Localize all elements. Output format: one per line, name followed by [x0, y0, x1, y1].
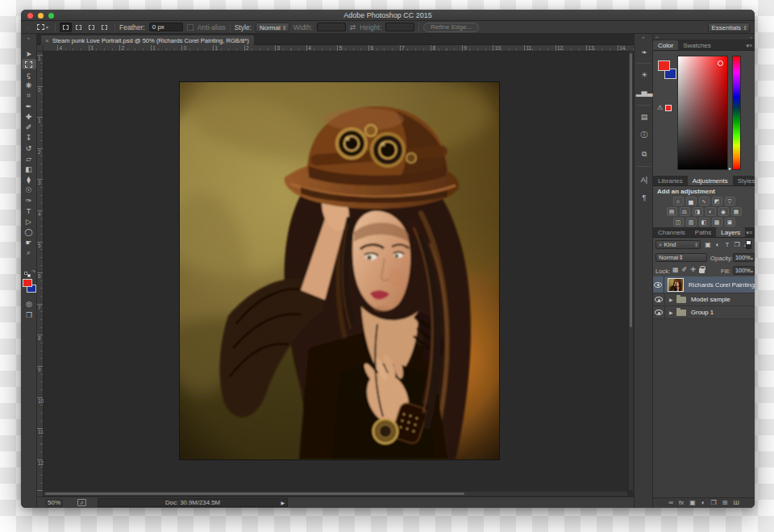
adjustment-icon[interactable]: ◨ — [693, 207, 703, 216]
adjustment-icon[interactable]: ◩ — [712, 197, 722, 206]
layer-row[interactable]: ▶Group 1 — [653, 306, 755, 319]
gradient-tool[interactable]: ◧ — [22, 164, 36, 174]
collapse-tools-icon[interactable]: » — [21, 34, 36, 40]
info-panel-icon[interactable]: ⓘ — [637, 127, 651, 142]
panel-drag-bar[interactable]: ••» — [653, 34, 755, 40]
swap-width-height-icon[interactable]: ⇄ — [350, 23, 356, 31]
layer-filter-toggle[interactable] — [746, 240, 751, 249]
history-brush-tool[interactable]: ↺ — [22, 143, 36, 153]
vertical-scrollbar-thumb[interactable] — [630, 53, 632, 327]
shape-tool[interactable]: ◯ — [22, 227, 36, 237]
horizontal-scrollbar[interactable] — [44, 492, 627, 496]
layer-row[interactable]: ▶Model sample — [653, 293, 755, 306]
hand-tool[interactable]: ☛ — [22, 237, 36, 247]
foreground-color-chip[interactable] — [658, 60, 670, 71]
layer-filter-icon[interactable]: ▣ — [704, 240, 712, 249]
subtract-from-selection-button[interactable] — [85, 23, 98, 32]
tab-libraries[interactable]: Libraries — [653, 176, 688, 185]
paragraph-panel-icon[interactable]: ¶ — [637, 190, 651, 205]
adjustment-icon[interactable]: ∿ — [699, 197, 710, 206]
link-layers-icon[interactable]: ∞ — [668, 498, 673, 508]
adjustment-icon[interactable]: ⚖ — [680, 207, 690, 216]
layer-visibility-cell[interactable] — [653, 293, 665, 305]
zoom-tool[interactable]: ⌕ — [22, 247, 36, 258]
workspace-select[interactable]: Essentials⇕ — [708, 23, 750, 32]
adjustments-panel-icon[interactable]: ☀ — [637, 68, 651, 82]
character-panel-icon[interactable]: A| — [637, 172, 651, 187]
export-status-icon[interactable]: ⇗ — [77, 499, 86, 506]
layer-visibility-cell[interactable] — [653, 276, 664, 293]
delete-layer-icon[interactable]: Ш — [733, 498, 739, 508]
gamut-warning[interactable]: ⚠ — [657, 104, 672, 111]
layer-filter-icon[interactable]: ◐ — [714, 240, 722, 249]
disclosure-triangle-icon[interactable]: ▶ — [669, 310, 675, 315]
brush-panel-icon[interactable]: ❧ — [637, 45, 651, 60]
rectangular-marquee-tool[interactable] — [22, 59, 36, 69]
expand-panels-icon[interactable]: « — [635, 34, 652, 39]
feather-input[interactable]: 0 px — [149, 23, 183, 31]
eraser-tool[interactable]: ▱ — [22, 153, 36, 164]
swap-colors-icon[interactable]: ↷ — [31, 268, 35, 274]
layer-visibility-cell[interactable] — [653, 306, 665, 318]
path-selection-tool[interactable]: ▷ — [22, 216, 36, 227]
document-size-field[interactable]: Doc: 30.9M/234.5M ▶ — [98, 498, 288, 507]
histogram-panel-icon[interactable]: ▂▅▃ — [637, 85, 651, 100]
type-tool[interactable]: T — [22, 206, 36, 216]
eyedropper-tool[interactable]: ✒ — [22, 101, 36, 111]
lock-icon[interactable]: ✛ — [690, 266, 696, 273]
tab-swatches[interactable]: Swatches — [678, 40, 716, 50]
vertical-scrollbar[interactable] — [629, 52, 633, 490]
canvas-image[interactable] — [180, 82, 499, 459]
pen-tool[interactable]: ✑ — [22, 195, 36, 206]
lock-icon[interactable]: ▦ — [672, 266, 679, 273]
opacity-value-select[interactable]: 100%▾ — [733, 253, 755, 262]
adjustment-icon[interactable]: ▽ — [725, 197, 735, 206]
panel-menu-icon[interactable]: ▾≡ — [746, 40, 755, 50]
width-input[interactable] — [317, 23, 346, 31]
lock-icon[interactable]: ✐ — [682, 266, 688, 273]
add-layer-mask-icon[interactable]: ▣ — [689, 498, 696, 508]
blur-tool[interactable]: ⧫ — [22, 174, 36, 185]
adjustment-icon[interactable]: ◉ — [718, 207, 729, 216]
tab-color[interactable]: Color — [653, 40, 678, 50]
title-bar[interactable]: Adobe Photoshop CC 2015 — [21, 10, 755, 21]
panel-menu-icon[interactable]: ▾≡ — [746, 227, 755, 237]
tab-styles[interactable]: Styles — [733, 176, 755, 185]
lasso-tool[interactable]: ϛ — [22, 69, 36, 80]
dodge-tool[interactable]: ☉ — [22, 185, 36, 195]
new-group-icon[interactable]: ❒ — [711, 498, 717, 508]
layer-thumbnail[interactable] — [668, 278, 684, 292]
clone-stamp-tool[interactable]: ↧ — [22, 132, 36, 143]
quick-selection-tool[interactable]: ❋ — [22, 80, 36, 90]
new-layer-icon[interactable]: ⊞ — [722, 498, 728, 508]
tool-preset-picker[interactable]: ▾ — [35, 23, 51, 31]
gamut-color-swatch[interactable] — [665, 105, 672, 111]
layer-row[interactable]: Richards Corel Painting — [653, 276, 755, 293]
blend-mode-select[interactable]: Normal⇕ — [655, 253, 707, 262]
tab-layers[interactable]: Layers — [716, 227, 745, 237]
refine-edge-button[interactable]: Refine Edge... — [423, 23, 479, 32]
brush-tool[interactable]: ✐ — [22, 122, 36, 132]
antialias-checkbox[interactable] — [187, 24, 194, 31]
layer-filter-kind-select[interactable]: ⌕ Kind⇕ — [655, 240, 701, 249]
tab-paths[interactable]: Paths — [690, 227, 716, 237]
new-adjustment-layer-icon[interactable]: ◐ — [701, 498, 705, 508]
layer-filter-icon[interactable]: T — [723, 240, 731, 249]
tab-adjustments[interactable]: Adjustments — [688, 176, 733, 185]
swap-colors-control[interactable]: ↷ — [21, 269, 37, 277]
adjustment-icon[interactable]: ▩ — [712, 218, 722, 227]
spot-healing-brush-tool[interactable]: ✚ — [22, 111, 36, 122]
style-select[interactable]: Normal⇕ — [256, 23, 289, 32]
height-input[interactable] — [385, 23, 414, 31]
close-tab-icon[interactable]: × — [45, 37, 49, 44]
horizontal-scrollbar-thumb[interactable] — [45, 493, 464, 495]
adjustment-icon[interactable]: ▅ — [686, 197, 697, 206]
adjustment-icon[interactable]: ☼ — [673, 197, 684, 206]
layer-filter-icon[interactable]: ❒ — [733, 240, 741, 249]
hue-slider-marker[interactable]: ▸ — [729, 165, 731, 171]
layer-effects-icon[interactable]: fx — [679, 498, 684, 508]
disclosure-triangle-icon[interactable]: ▶ — [669, 297, 675, 302]
saturation-brightness-field[interactable] — [677, 56, 728, 170]
adjustment-icon[interactable]: ◐ — [705, 207, 716, 216]
tab-channels[interactable]: Channels — [653, 227, 690, 237]
